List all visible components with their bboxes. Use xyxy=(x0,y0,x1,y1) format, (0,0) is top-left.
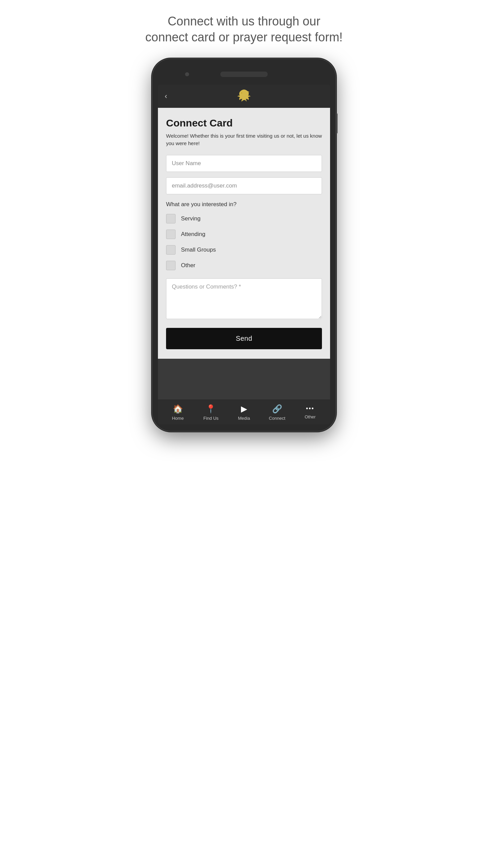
checkbox-attending-box[interactable] xyxy=(166,230,176,239)
location-icon: 📍 xyxy=(206,404,216,414)
checkbox-serving[interactable]: Serving xyxy=(166,214,322,223)
checkbox-group: Serving Attending Small Groups Other xyxy=(166,214,322,270)
page-title: Connect with us through our connect card… xyxy=(145,14,343,45)
checkbox-serving-label: Serving xyxy=(181,215,201,222)
nav-connect[interactable]: 🔗 Connect xyxy=(264,404,291,421)
form-title: Connect Card xyxy=(166,117,322,129)
back-button[interactable]: ‹ xyxy=(165,92,167,101)
svg-point-0 xyxy=(241,92,242,94)
nav-findus-label: Find Us xyxy=(203,416,219,421)
nav-connect-label: Connect xyxy=(269,416,285,421)
checkbox-attending[interactable]: Attending xyxy=(166,230,322,239)
nav-home-label: Home xyxy=(172,416,184,421)
home-icon: 🏠 xyxy=(173,404,183,414)
checkbox-smallgroups-label: Small Groups xyxy=(181,246,216,253)
send-button[interactable]: Send xyxy=(166,328,322,349)
phone-top-bar xyxy=(158,66,330,83)
app-header: ‹ xyxy=(158,85,330,108)
checkbox-other-box[interactable] xyxy=(166,261,176,270)
nav-media-label: Media xyxy=(238,416,250,421)
checkbox-attending-label: Attending xyxy=(181,231,205,238)
nav-other[interactable]: ••• Other xyxy=(297,405,324,419)
checkbox-serving-box[interactable] xyxy=(166,214,176,223)
play-icon: ▶ xyxy=(241,404,247,414)
bottom-nav: 🏠 Home 📍 Find Us ▶ Media 🔗 Connect ••• O… xyxy=(158,399,330,424)
checkbox-other[interactable]: Other xyxy=(166,261,322,270)
more-icon: ••• xyxy=(306,405,314,412)
nav-home[interactable]: 🏠 Home xyxy=(164,404,191,421)
nav-findus[interactable]: 📍 Find Us xyxy=(197,404,224,421)
form-subtitle: Welcome! Whether this is your first time… xyxy=(166,132,322,147)
connect-icon: 🔗 xyxy=(272,404,282,414)
interest-label: What are you interested in? xyxy=(166,201,322,208)
checkbox-other-label: Other xyxy=(181,262,196,269)
phone-camera xyxy=(185,72,189,76)
checkbox-smallgroups[interactable]: Small Groups xyxy=(166,245,322,255)
phone-speaker xyxy=(220,72,268,77)
phone-shell: ‹ Connect Card Welcome! Whether this is … xyxy=(152,59,336,431)
comments-textarea[interactable] xyxy=(166,278,322,319)
phone-bottom-space xyxy=(158,359,330,399)
nav-other-label: Other xyxy=(305,414,316,419)
form-card: Connect Card Welcome! Whether this is yo… xyxy=(158,108,330,359)
dove-logo xyxy=(236,89,252,104)
username-input[interactable] xyxy=(166,155,322,172)
checkbox-smallgroups-box[interactable] xyxy=(166,245,176,255)
nav-media[interactable]: ▶ Media xyxy=(230,404,258,421)
email-input[interactable] xyxy=(166,177,322,194)
phone-screen: ‹ Connect Card Welcome! Whether this is … xyxy=(158,85,330,424)
